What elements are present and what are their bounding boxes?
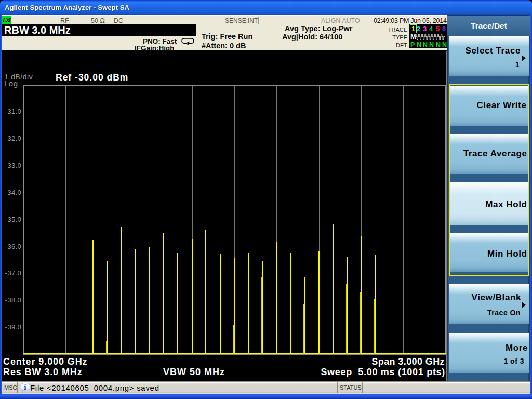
svg-text:i: i (24, 383, 26, 391)
